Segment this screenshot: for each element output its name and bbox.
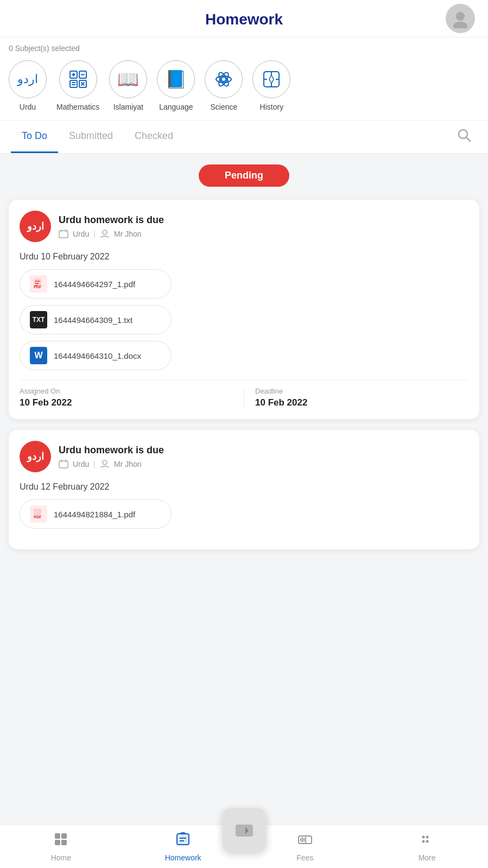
hw-subject-1: Urdu [73,230,89,238]
svg-point-54 [422,840,424,842]
svg-rect-25 [59,231,68,238]
hw-subject-avatar-2: اردو [20,441,51,472]
file-name-pdf-2: 1644494821884_1.pdf [54,510,135,519]
hw-card-header-1: اردو Urdu homework is due Urdu | Mr Jhon [20,211,468,242]
file-list-2: PDF 1644494821884_1.pdf [20,499,468,529]
hw-date-label-1: Urdu 10 February 2022 [20,252,468,262]
file-name-pdf-1: 1644494664297_1.pdf [54,280,135,289]
subject-item-science[interactable]: Science [205,60,243,111]
fab-button[interactable] [223,808,266,852]
nav-item-more[interactable]: More [366,827,488,866]
homework-label: Homework [165,853,201,862]
subject-list: اردو Urdu Mat [9,60,479,111]
svg-point-0 [456,12,465,21]
home-label: Home [51,853,71,862]
urdu-icon: اردو [9,60,47,98]
deadline-value-1: 10 Feb 2022 [255,397,468,408]
homework-icon [175,832,191,851]
hw-divider-1 [20,380,468,381]
urdu-label: Urdu [20,103,36,111]
svg-rect-31 [59,461,68,468]
mathematics-label: Mathematics [56,103,99,111]
svg-rect-4 [70,80,77,87]
hw-info-1: Urdu homework is due Urdu | Mr Jhon [59,214,164,239]
fees-icon [297,832,313,851]
hw-footer-1: Assigned On 10 Feb 2022 Deadline 10 Feb … [20,387,468,408]
file-name-docx-1: 1644494664310_1.docx [54,351,141,360]
svg-rect-41 [55,840,60,845]
svg-rect-43 [177,834,189,845]
pending-badge: Pending [199,164,289,187]
subject-item-islamiyat[interactable]: 📖 Islamiyat [109,60,147,111]
search-button[interactable] [451,122,477,151]
hw-title-1: Urdu homework is due [59,214,164,226]
homework-card-2: اردو Urdu homework is due Urdu | Mr Jhon… [9,430,479,549]
subject-count: 0 Subject(s) selected [9,44,479,53]
svg-point-1 [453,22,467,28]
language-label: Language [159,103,193,111]
subject-item-history[interactable]: History [252,60,290,111]
hw-card-header-2: اردو Urdu homework is due Urdu | Mr Jhon [20,441,468,472]
txt-icon-1: TXT [30,311,47,328]
pdf-icon-2: PDF [30,505,47,523]
file-list-1: PDF 1644494664297_1.pdf TXT 164449466430… [20,269,468,370]
svg-text:PDF: PDF [34,515,42,519]
assigned-on-label-1: Assigned On [20,387,233,395]
svg-line-24 [467,138,471,142]
homework-card-1: اردو Urdu homework is due Urdu | Mr Jhon… [9,200,479,419]
subject-item-language[interactable]: 📘 Language [157,60,195,111]
fab-wrap [223,808,266,852]
file-item-pdf-2[interactable]: PDF 1644494821884_1.pdf [20,499,172,529]
avatar-button[interactable] [446,4,475,33]
hw-teacher-1: Mr Jhon [114,230,142,238]
svg-rect-37 [236,825,253,837]
hw-title-2: Urdu homework is due [59,445,164,456]
tab-checked[interactable]: Checked [124,121,184,153]
mathematics-icon [59,60,97,98]
pdf-icon-1: PDF [30,275,47,293]
tab-submitted[interactable]: Submitted [58,121,124,153]
deadline-label-1: Deadline [255,387,468,395]
pending-badge-wrap: Pending [9,164,479,187]
assigned-on-col-1: Assigned On 10 Feb 2022 [20,387,244,408]
subject-filter: 0 Subject(s) selected اردو Urdu [0,37,488,121]
svg-point-53 [426,835,428,838]
hw-subject-2: Urdu [73,460,89,468]
islamiyat-label: Islamiyat [113,103,143,111]
assigned-on-value-1: 10 Feb 2022 [20,397,233,408]
language-icon: 📘 [157,60,195,98]
svg-marker-22 [269,75,274,84]
deadline-col-1: Deadline 10 Feb 2022 [244,387,468,408]
subject-item-mathematics[interactable]: Mathematics [56,60,99,111]
svg-point-13 [221,77,226,81]
file-item-pdf-1[interactable]: PDF 1644494664297_1.pdf [20,269,172,299]
svg-rect-40 [61,833,67,839]
svg-point-55 [426,840,428,842]
subject-item-urdu[interactable]: اردو Urdu [9,60,47,111]
tab-todo[interactable]: To Do [11,121,58,153]
tabs-bar: To Do Submitted Checked [0,121,488,154]
svg-point-52 [422,835,424,838]
file-item-docx-1[interactable]: W 1644494664310_1.docx [20,341,172,370]
hw-teacher-2: Mr Jhon [114,460,142,468]
hw-subject-avatar-1: اردو [20,211,51,242]
science-label: Science [210,103,237,111]
islamiyat-icon: 📖 [109,60,147,98]
history-icon [252,60,290,98]
nav-item-home[interactable]: Home [0,827,122,866]
hw-meta-2: Urdu | Mr Jhon [59,459,164,469]
svg-rect-42 [61,840,67,845]
hw-meta-1: Urdu | Mr Jhon [59,229,164,239]
hw-date-label-2: Urdu 12 February 2022 [20,482,468,492]
svg-rect-39 [55,833,60,839]
science-icon [205,60,243,98]
fees-label: Fees [296,853,313,862]
file-item-txt-1[interactable]: TXT 1644494664309_1.txt [20,305,172,334]
svg-point-28 [103,230,107,235]
home-icon [53,832,68,851]
more-icon [420,832,435,851]
history-label: History [260,103,284,111]
svg-text:PDF: PDF [34,285,42,289]
docx-icon-1: W [30,347,47,364]
page-title: Homework [205,11,283,28]
